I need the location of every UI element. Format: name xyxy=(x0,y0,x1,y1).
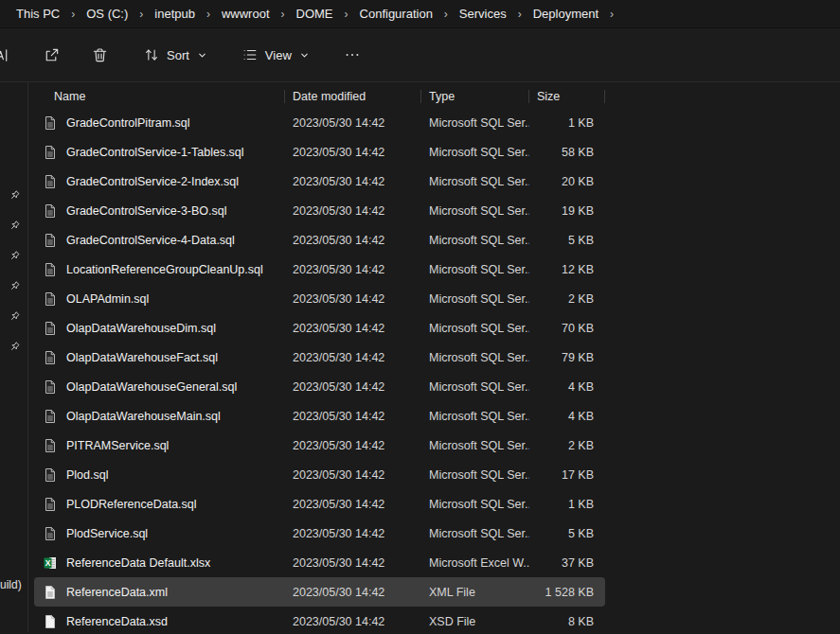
file-date-modified: 2023/05/30 14:42 xyxy=(285,586,421,599)
svg-text:X: X xyxy=(45,557,51,567)
chevron-right-icon[interactable]: › xyxy=(603,8,620,21)
file-size: 79 KB xyxy=(529,351,605,364)
chevron-right-icon[interactable]: › xyxy=(511,8,528,21)
breadcrumb-item[interactable]: Configuration xyxy=(355,5,438,23)
sort-icon xyxy=(143,46,160,63)
breadcrumb-item[interactable]: Services xyxy=(455,5,511,23)
file-size: 5 KB xyxy=(529,527,605,540)
chevron-right-icon[interactable]: › xyxy=(64,8,81,21)
trash-icon xyxy=(91,46,109,64)
pinned-items xyxy=(0,188,28,352)
sql-file-icon xyxy=(43,409,58,424)
view-icon xyxy=(241,46,259,63)
column-header-name[interactable]: Name xyxy=(34,85,285,108)
table-row[interactable]: GradeControlService-1-Tables.sql2023/05/… xyxy=(34,137,605,167)
table-row[interactable]: LocationReferenceGroupCleanUp.sql2023/05… xyxy=(34,255,605,284)
table-row[interactable]: OlapDataWarehouseFact.sql2023/05/30 14:4… xyxy=(34,343,605,372)
pin-icon[interactable] xyxy=(9,188,21,201)
file-size: 1 KB xyxy=(529,116,605,130)
chevron-right-icon[interactable]: › xyxy=(275,8,292,21)
table-row[interactable]: GradeControlService-3-BO.sql2023/05/30 1… xyxy=(34,196,605,225)
sql-file-icon xyxy=(43,262,58,277)
column-header-size[interactable]: Size xyxy=(529,85,605,108)
file-size: 5 KB xyxy=(529,234,605,247)
view-button[interactable]: View xyxy=(233,38,318,72)
table-row[interactable]: OlapDataWarehouseDim.sql2023/05/30 14:42… xyxy=(34,313,605,343)
file-type: Microsoft SQL Ser... xyxy=(421,410,529,423)
file-name: OlapDataWarehouseDim.sql xyxy=(66,322,216,335)
file-type: Microsoft SQL Ser... xyxy=(421,468,529,482)
breadcrumb-item[interactable]: wwwroot xyxy=(217,5,275,23)
sql-file-icon xyxy=(43,467,58,483)
chevron-right-icon[interactable]: › xyxy=(438,8,455,21)
sql-file-icon xyxy=(43,321,58,336)
column-header-date-modified[interactable]: Date modified xyxy=(285,85,421,108)
file-name: GradeControlPitram.sql xyxy=(66,116,190,130)
table-row[interactable]: XReferenceData Default.xlsx2023/05/30 14… xyxy=(34,548,605,577)
chevron-right-icon[interactable]: › xyxy=(338,8,355,21)
file-date-modified: 2023/05/30 14:42 xyxy=(285,322,421,335)
file-size: 1 528 KB xyxy=(529,586,605,599)
file-type: Microsoft SQL Ser... xyxy=(421,498,529,511)
share-icon xyxy=(43,46,61,64)
pin-icon[interactable] xyxy=(9,279,21,291)
chevron-down-icon xyxy=(197,50,207,61)
more-button[interactable] xyxy=(335,38,369,72)
pin-icon[interactable] xyxy=(9,309,21,322)
breadcrumb: This PC›OS (C:)›inetpub›wwwroot›DOME›Con… xyxy=(0,0,840,28)
table-row[interactable]: PlodService.sql2023/05/30 14:42Microsoft… xyxy=(34,519,605,548)
table-row[interactable]: GradeControlService-2-Index.sql2023/05/3… xyxy=(34,167,605,196)
sidebar-partial-item[interactable]: uild) xyxy=(0,578,22,591)
table-row[interactable]: OLAPAdmin.sql2023/05/30 14:42Microsoft S… xyxy=(34,284,605,313)
sql-file-icon xyxy=(43,379,58,395)
chevron-right-icon[interactable]: › xyxy=(200,8,217,21)
sql-file-icon xyxy=(43,115,58,131)
file-type: XSD File xyxy=(421,615,529,628)
file-date-modified: 2023/05/30 14:42 xyxy=(285,351,421,364)
table-row[interactable]: OlapDataWarehouseMain.sql2023/05/30 14:4… xyxy=(34,401,605,431)
file-date-modified: 2023/05/30 14:42 xyxy=(285,263,421,276)
breadcrumb-item[interactable]: OS (C:) xyxy=(81,5,133,23)
file-date-modified: 2023/05/30 14:42 xyxy=(285,527,421,540)
table-row[interactable]: OlapDataWarehouseGeneral.sql2023/05/30 1… xyxy=(34,372,605,401)
file-name: OlapDataWarehouseMain.sql xyxy=(66,410,221,423)
table-row[interactable]: Plod.sql2023/05/30 14:42Microsoft SQL Se… xyxy=(34,460,605,489)
file-name: OlapDataWarehouseGeneral.sql xyxy=(66,380,237,394)
breadcrumb-item[interactable]: inetpub xyxy=(150,5,200,23)
chevron-right-icon[interactable]: › xyxy=(133,8,150,21)
sql-file-icon xyxy=(43,438,58,453)
file-type: Microsoft SQL Ser... xyxy=(421,292,529,306)
breadcrumb-item[interactable]: Deployment xyxy=(528,5,603,23)
share-button[interactable] xyxy=(34,38,69,72)
file-type: Microsoft SQL Ser... xyxy=(421,234,529,247)
rename-button[interactable] xyxy=(0,38,21,72)
file-type: Microsoft SQL Ser... xyxy=(421,175,529,188)
pin-icon[interactable] xyxy=(9,340,21,352)
table-row[interactable]: GradeControlPitram.sql2023/05/30 14:42Mi… xyxy=(34,108,605,137)
table-row[interactable]: ReferenceData.xml2023/05/30 14:42XML Fil… xyxy=(34,577,605,607)
file-type: Microsoft SQL Ser... xyxy=(421,527,529,540)
file-date-modified: 2023/05/30 14:42 xyxy=(285,498,421,511)
table-row[interactable]: PITRAMService.sql2023/05/30 14:42Microso… xyxy=(34,431,605,460)
xml-file-icon xyxy=(43,585,58,600)
table-row[interactable]: ReferenceData.xsd2023/05/30 14:42XSD Fil… xyxy=(34,607,605,634)
file-type: Microsoft SQL Ser... xyxy=(421,322,529,335)
sort-button[interactable]: Sort xyxy=(134,38,216,72)
file-type: Microsoft SQL Ser... xyxy=(421,146,529,159)
table-row[interactable]: GradeControlService-4-Data.sql2023/05/30… xyxy=(34,225,605,255)
file-date-modified: 2023/05/30 14:42 xyxy=(285,234,421,247)
file-type: Microsoft SQL Ser... xyxy=(421,116,529,130)
delete-button[interactable] xyxy=(82,38,117,72)
breadcrumb-item[interactable]: DOME xyxy=(292,5,338,23)
pin-icon[interactable] xyxy=(9,219,21,231)
file-name: ReferenceData.xml xyxy=(66,586,168,599)
column-header-type[interactable]: Type xyxy=(421,85,529,108)
breadcrumb-item[interactable]: This PC xyxy=(11,5,64,23)
file-date-modified: 2023/05/30 14:42 xyxy=(285,175,421,188)
pin-icon[interactable] xyxy=(9,249,21,261)
file-size: 19 KB xyxy=(529,204,605,218)
sql-file-icon xyxy=(43,291,58,307)
file-size: 12 KB xyxy=(529,263,605,276)
sql-file-icon xyxy=(43,145,58,160)
table-row[interactable]: PLODReferenceData.sql2023/05/30 14:42Mic… xyxy=(34,489,605,519)
